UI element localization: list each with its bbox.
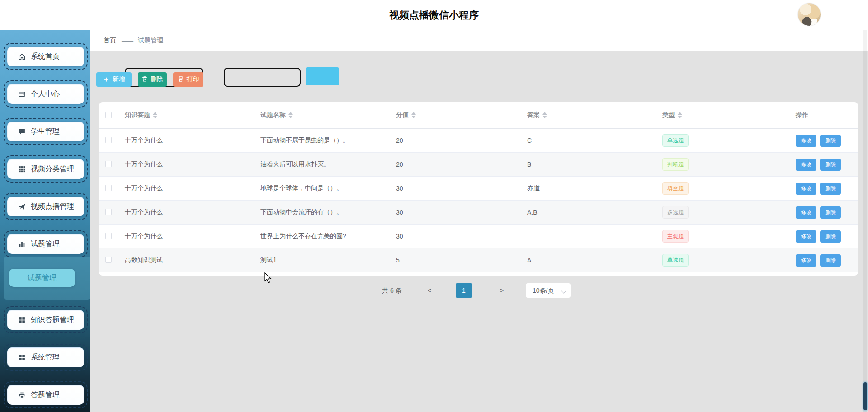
sort-caret[interactable] bbox=[542, 112, 547, 118]
sort-caret[interactable] bbox=[153, 112, 157, 118]
row-checkbox[interactable] bbox=[105, 233, 112, 239]
column-header-score: 分值 bbox=[396, 111, 527, 119]
send-icon bbox=[18, 203, 26, 211]
page-size-select[interactable]: 10条/页 bbox=[526, 283, 571, 298]
sidebar-item-7[interactable]: 知识答题管理 bbox=[4, 306, 88, 333]
breadcrumb-home[interactable]: 首页 bbox=[104, 37, 116, 45]
app-window: 视频点播微信小程序 系统首页 个人中心 学生管理 视频分类管理 视频点播管理 bbox=[0, 0, 868, 412]
print-button[interactable]: 打印 bbox=[173, 72, 203, 87]
sidebar-item-9[interactable]: 答题管理 bbox=[4, 381, 88, 408]
cell-name: 地球是个球体，中间是（）。 bbox=[260, 184, 396, 192]
pagination-page-1[interactable]: 1 bbox=[456, 283, 472, 298]
submenu-panel: 试题管理 bbox=[4, 257, 90, 300]
breadcrumb: 首页 —— 试题管理 bbox=[90, 30, 868, 51]
pagination-next-button[interactable]: > bbox=[495, 283, 509, 298]
delete-row-button[interactable]: 删除 bbox=[820, 135, 841, 147]
select-all-checkbox[interactable] bbox=[105, 112, 112, 118]
sidebar-item-8[interactable]: 系统管理 bbox=[4, 344, 88, 371]
scrollbar-track[interactable] bbox=[863, 30, 867, 412]
cell-quiz: 十万个为什么 bbox=[125, 184, 260, 192]
scrollbar-thumb[interactable] bbox=[863, 382, 867, 410]
delete-row-button[interactable]: 删除 bbox=[820, 183, 841, 195]
delete-row-button[interactable]: 删除 bbox=[820, 206, 841, 219]
edit-button[interactable]: 修改 bbox=[796, 254, 816, 267]
type-badge: 单选题 bbox=[662, 134, 689, 147]
page-title: 视频点播微信小程序 bbox=[0, 0, 868, 30]
column-header-answer: 答案 bbox=[527, 111, 662, 119]
edit-button[interactable]: 修改 bbox=[796, 183, 816, 195]
edit-button[interactable]: 修改 bbox=[796, 159, 816, 171]
delete-button-label: 删除 bbox=[151, 75, 163, 84]
sidebar-nav-bottom: 知识答题管理 系统管理 答题管理 bbox=[0, 300, 90, 408]
table-row: 十万个为什么 地球是个球体，中间是（）。 30 赤道 填空题 修改 删除 bbox=[99, 177, 858, 201]
breadcrumb-current: 试题管理 bbox=[138, 37, 163, 45]
search-input-2[interactable] bbox=[224, 68, 301, 87]
cell-score: 20 bbox=[396, 161, 527, 168]
sidebar-item-6[interactable]: 试题管理 bbox=[4, 230, 88, 258]
grid-icon bbox=[18, 165, 26, 173]
squares-icon bbox=[18, 354, 26, 361]
cell-quiz: 高数知识测试 bbox=[125, 256, 260, 264]
main-content: 首页 —— 试题管理 ＋ 新增 删除 打印 知识答题 bbox=[90, 30, 868, 412]
cell-score: 30 bbox=[396, 209, 527, 216]
sidebar-item-5[interactable]: 视频点播管理 bbox=[4, 193, 88, 220]
type-badge: 主观题 bbox=[662, 230, 689, 243]
cell-score: 20 bbox=[396, 137, 527, 144]
type-badge: 单选题 bbox=[662, 254, 689, 267]
pagination-prev-button[interactable]: < bbox=[423, 283, 436, 298]
printer-icon bbox=[18, 391, 26, 399]
sidebar-subitem-active[interactable]: 试题管理 bbox=[9, 269, 75, 287]
cell-quiz: 十万个为什么 bbox=[125, 232, 260, 240]
row-checkbox[interactable] bbox=[105, 161, 112, 167]
bar-chart-icon bbox=[18, 240, 26, 248]
cell-answer: A bbox=[527, 257, 662, 264]
sidebar-item-1[interactable]: 系统首页 bbox=[4, 43, 88, 70]
home-icon bbox=[18, 53, 26, 61]
type-badge: 填空题 bbox=[662, 182, 689, 195]
table-card: 知识答题 试题名称 分值 答案 类型 bbox=[99, 102, 858, 276]
toolbar: ＋ 新增 删除 打印 bbox=[96, 72, 203, 87]
delete-button[interactable]: 删除 bbox=[138, 72, 167, 87]
cell-score: 30 bbox=[396, 233, 527, 240]
sidebar-item-4[interactable]: 视频分类管理 bbox=[4, 155, 88, 183]
row-checkbox[interactable] bbox=[105, 257, 112, 263]
squares-icon bbox=[18, 316, 26, 324]
cell-name: 下面动物不属于昆虫的是（）。 bbox=[260, 136, 396, 145]
sidebar-item-2[interactable]: 个人中心 bbox=[4, 80, 88, 108]
cell-answer: C bbox=[527, 137, 662, 144]
sort-caret[interactable] bbox=[288, 112, 293, 118]
delete-row-button[interactable]: 删除 bbox=[820, 230, 841, 243]
page-size-value: 10条/页 bbox=[533, 287, 554, 294]
cell-quiz: 十万个为什么 bbox=[125, 160, 260, 169]
add-button[interactable]: ＋ 新增 bbox=[96, 72, 132, 87]
plus-icon: ＋ bbox=[103, 76, 110, 83]
table-row: 十万个为什么 世界上为什么不存在完美的圆? 30 主观题 修改 删除 bbox=[99, 225, 858, 248]
column-header-ops: 操作 bbox=[793, 111, 858, 119]
row-checkbox[interactable] bbox=[105, 209, 112, 215]
table-header-row: 知识答题 试题名称 分值 答案 类型 bbox=[99, 102, 858, 129]
edit-button[interactable]: 修改 bbox=[796, 206, 816, 219]
cell-name: 测试1 bbox=[260, 256, 396, 264]
add-button-label: 新增 bbox=[113, 75, 125, 84]
user-avatar[interactable] bbox=[798, 3, 821, 26]
type-badge: 判断题 bbox=[662, 158, 689, 171]
row-checkbox[interactable] bbox=[105, 185, 112, 191]
sort-caret[interactable] bbox=[678, 112, 682, 118]
cell-answer: B bbox=[527, 161, 662, 168]
table-row: 高数知识测试 测试1 5 A 单选题 修改 删除 bbox=[99, 248, 858, 272]
row-checkbox[interactable] bbox=[105, 137, 112, 143]
cell-answer: A,B bbox=[527, 209, 662, 216]
edit-button[interactable]: 修改 bbox=[796, 135, 816, 147]
sort-caret[interactable] bbox=[411, 112, 416, 118]
sidebar: 系统首页 个人中心 学生管理 视频分类管理 视频点播管理 试题管理 bbox=[0, 30, 90, 412]
printer-icon bbox=[178, 76, 184, 84]
edit-button[interactable]: 修改 bbox=[796, 230, 816, 243]
column-header-quiz: 知识答题 bbox=[125, 111, 260, 119]
print-button-label: 打印 bbox=[187, 75, 199, 84]
sidebar-item-3[interactable]: 学生管理 bbox=[4, 118, 88, 145]
delete-row-button[interactable]: 删除 bbox=[820, 159, 841, 171]
delete-row-button[interactable]: 删除 bbox=[820, 254, 841, 267]
type-badge: 多选题 bbox=[662, 206, 689, 219]
search-button[interactable] bbox=[306, 67, 339, 85]
table-row: 十万个为什么 下面动物不属于昆虫的是（）。 20 C 单选题 修改 删除 bbox=[99, 129, 858, 153]
